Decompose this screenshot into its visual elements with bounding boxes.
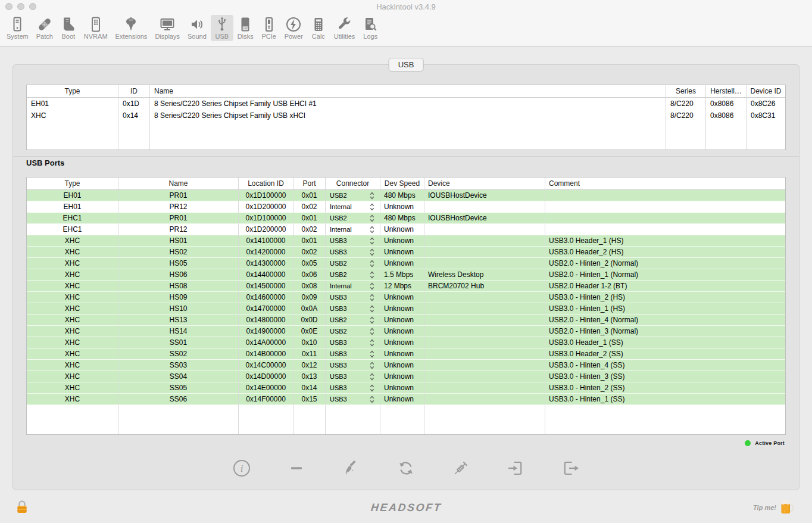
ports-column-header[interactable]: Dev Speed (380, 178, 424, 189)
toolbar-item-pcie[interactable]: PCIe (258, 15, 280, 41)
port-dev-speed: Unknown (380, 348, 424, 360)
connector-dropdown[interactable]: USB2 (326, 269, 380, 281)
import-button[interactable] (506, 457, 525, 479)
inject-button[interactable] (451, 457, 470, 479)
port-row[interactable]: XHCHS010x141000000x01USB3UnknownUSB3.0 H… (27, 235, 785, 247)
ports-column-header[interactable]: Type (27, 178, 118, 189)
toolbar-item-boot[interactable]: Boot (57, 15, 80, 41)
port-row[interactable]: XHCHS020x142000000x02USB3UnknownUSB3.0 H… (27, 247, 785, 258)
connector-dropdown[interactable]: Internal (326, 281, 380, 292)
connector-dropdown[interactable]: USB3 (326, 292, 380, 303)
connector-dropdown[interactable]: USB3 (326, 360, 380, 371)
connector-dropdown[interactable]: USB3 (326, 303, 380, 315)
connector-dropdown[interactable]: USB3 (326, 348, 380, 360)
ports-column-header[interactable]: Comment (545, 178, 785, 189)
port-row[interactable]: XHCHS050x143000000x05USB2UnknownUSB2.0 -… (27, 258, 785, 269)
toolbar-item-sound[interactable]: Sound (184, 15, 210, 41)
controller-row[interactable]: EH010x1D8 Series/C220 Series Chipset Fam… (27, 98, 785, 110)
toolbar-item-patch[interactable]: Patch (33, 15, 57, 41)
port-row[interactable]: XHCHS090x146000000x09USB3UnknownUSB3.0 -… (27, 292, 785, 303)
port-name: PR12 (118, 201, 239, 213)
connector-dropdown[interactable]: USB3 (326, 337, 380, 348)
controllers-column-header[interactable]: Name (150, 85, 666, 97)
connector-dropdown[interactable]: USB2 (326, 326, 380, 337)
port-row[interactable]: XHCSS020x14B000000x11USB3UnknownUSB3.0 H… (27, 348, 785, 360)
beer-icon[interactable] (780, 499, 794, 515)
ports-column-header[interactable]: Device (424, 178, 545, 189)
controllers-column-header[interactable]: ID (118, 85, 150, 97)
port-name: SS01 (118, 337, 239, 348)
port-row[interactable]: XHCSS010x14A000000x10USB3UnknownUSB3.0 H… (27, 337, 785, 348)
port-number: 0x05 (293, 258, 326, 269)
stepper-icon (370, 260, 374, 267)
port-row[interactable]: XHCSS030x14C000000x12USB3UnknownUSB3.0 -… (27, 360, 785, 371)
toolbar-item-usb[interactable]: USB (211, 15, 233, 41)
connector-dropdown[interactable]: USB2 (326, 258, 380, 269)
controller-row[interactable]: XHC0x148 Series/C220 Series Chipset Fami… (27, 110, 785, 122)
controllers-column-header[interactable]: Device ID (747, 85, 785, 97)
ports-header-row: TypeNameLocation IDPortConnectorDev Spee… (27, 178, 785, 190)
ports-column-header[interactable]: Port (293, 178, 326, 189)
toolbar-item-displays[interactable]: Displays (151, 15, 183, 41)
minimize-window-button[interactable] (17, 3, 24, 10)
port-type: XHC (27, 382, 118, 394)
connector-dropdown[interactable]: USB3 (326, 235, 380, 247)
controllers-column-header[interactable]: Series (666, 85, 706, 97)
remove-button[interactable] (287, 457, 306, 479)
port-row[interactable]: XHCSS040x14D000000x13USB3UnknownUSB3.0 -… (27, 371, 785, 382)
tab-usb[interactable]: USB (389, 58, 424, 71)
toolbar-item-label: Calc (312, 33, 325, 40)
port-location-id: 0x14F00000 (239, 394, 293, 405)
toolbar-item-power[interactable]: Power (281, 15, 307, 41)
connector-dropdown[interactable]: USB2 (326, 190, 380, 201)
ports-column-header[interactable]: Connector (326, 178, 380, 189)
port-row[interactable]: EH01PR010x1D1000000x01USB2480 MbpsIOUSBH… (27, 190, 785, 201)
port-row[interactable]: EHC1PR120x1D2000000x02InternalUnknown (27, 224, 785, 235)
tip-me-label[interactable]: Tip me! (753, 504, 776, 511)
ports-column-header[interactable]: Name (118, 178, 239, 189)
port-row[interactable]: XHCHS060x144000000x06USB21.5 MbpsWireles… (27, 269, 785, 281)
port-dev-speed: Unknown (380, 292, 424, 303)
controllers-column-header[interactable]: Type (27, 85, 118, 97)
port-row[interactable]: EHC1PR010x1D1000000x01USB2480 MbpsIOUSBH… (27, 213, 785, 224)
connector-dropdown[interactable]: USB2 (326, 213, 380, 224)
controllers-column-header[interactable]: Herstell… (706, 85, 747, 97)
port-dev-speed: Unknown (380, 394, 424, 405)
port-location-id: 0x14500000 (239, 281, 293, 292)
connector-dropdown[interactable]: USB3 (326, 371, 380, 382)
toolbar-item-disks[interactable]: Disks (234, 15, 257, 41)
connector-dropdown[interactable]: USB3 (326, 247, 380, 258)
stepper-icon (370, 237, 374, 245)
clean-button[interactable] (342, 457, 361, 479)
port-location-id: 0x14D00000 (239, 371, 293, 382)
port-row[interactable]: XHCSS060x14F000000x15USB3UnknownUSB3.0 -… (27, 394, 785, 405)
connector-dropdown[interactable]: Internal (326, 224, 380, 235)
zoom-window-button[interactable] (29, 3, 36, 10)
toolbar-item-extensions[interactable]: Extensions (112, 15, 151, 41)
toolbar-item-calc[interactable]: Calc (307, 15, 330, 41)
connector-dropdown[interactable]: USB3 (326, 382, 380, 394)
info-button[interactable]: i (232, 457, 251, 479)
port-number: 0x14 (293, 382, 326, 394)
toolbar-item-label: Patch (36, 33, 53, 40)
refresh-button[interactable] (396, 457, 416, 479)
ports-column-header[interactable]: Location ID (239, 178, 293, 189)
controller-cell: XHC (27, 110, 118, 122)
toolbar-item-utilities[interactable]: Utilities (330, 15, 358, 41)
export-button[interactable] (561, 457, 580, 479)
port-row[interactable]: EH01PR120x1D2000000x02InternalUnknown (27, 201, 785, 213)
connector-dropdown[interactable]: Internal (326, 201, 380, 213)
port-row[interactable]: XHCHS140x149000000x0EUSB2UnknownUSB2.0 -… (27, 326, 785, 337)
port-row[interactable]: XHCHS130x148000000x0DUSB2UnknownUSB2.0 -… (27, 315, 785, 326)
port-row[interactable]: XHCSS050x14E000000x14USB3UnknownUSB3.0 -… (27, 382, 785, 394)
toolbar-item-logs[interactable]: Logs (359, 15, 382, 41)
port-location-id: 0x14200000 (239, 247, 293, 258)
toolbar-item-nvram[interactable]: NVRAM (80, 15, 111, 41)
port-row[interactable]: XHCHS100x147000000x0AUSB3UnknownUSB3.0 -… (27, 303, 785, 315)
port-device (424, 303, 545, 315)
connector-dropdown[interactable]: USB3 (326, 394, 380, 405)
port-row[interactable]: XHCHS080x145000000x08Internal12 MbpsBRCM… (27, 281, 785, 292)
connector-dropdown[interactable]: USB2 (326, 315, 380, 326)
close-window-button[interactable] (5, 3, 13, 10)
toolbar-item-system[interactable]: System (3, 15, 32, 41)
